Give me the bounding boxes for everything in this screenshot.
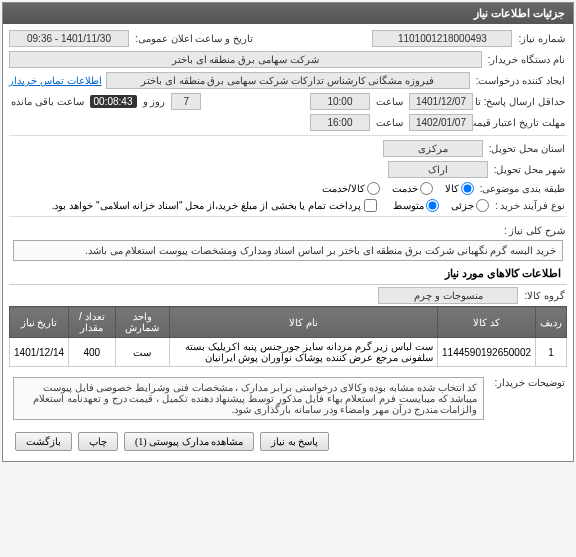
goods-info-title: اطلاعات کالاهای مورد نیاز — [9, 263, 567, 285]
row-need-desc: شرح کلی نیاز : — [9, 219, 567, 238]
radio-medium-input[interactable] — [426, 199, 439, 212]
contact-link[interactable]: اطلاعات تماس خریدار — [9, 75, 102, 86]
footer-buttons: پاسخ به نیاز مشاهده مدارک پیوستی (1) چاپ… — [9, 426, 567, 457]
need-desc-label: شرح کلی نیاز : — [502, 221, 567, 236]
validity-label: مهلت تاریخ اعتبار قیمت: تا تاریخ: — [477, 117, 567, 128]
table-row: 1 1144590192650002 ست لباس زیر گرم مردان… — [10, 338, 567, 367]
row-buyer: نام دستگاه خریدار: شرکت سهامی برق منطقه … — [9, 49, 567, 70]
payment-checkbox-input[interactable] — [364, 199, 377, 212]
panel-title: جزئیات اطلاعات نیاز — [474, 7, 565, 19]
cell-name: ست لباس زیر گرم مردانه سایز جور جنس پنبه… — [169, 338, 437, 367]
buyer-label: نام دستگاه خریدار: — [486, 54, 567, 65]
radio-service-label: خدمت — [392, 183, 418, 194]
cell-qty: 400 — [69, 338, 115, 367]
row-province: استان محل تحویل: مرکزی — [9, 138, 567, 159]
buyer-notes-box: کد انتخاب شده مشابه بوده وکالای درخواستی… — [13, 377, 484, 420]
radio-both[interactable]: کالا/خدمت — [322, 182, 380, 195]
announce-label: تاریخ و ساعت اعلان عمومی: — [133, 33, 255, 44]
radio-service[interactable]: خدمت — [392, 182, 433, 195]
row-buyer-notes: توضیحات خریدار: کد انتخاب شده مشابه بوده… — [9, 371, 567, 426]
cell-idx: 1 — [536, 338, 567, 367]
row-validity: مهلت تاریخ اعتبار قیمت: تا تاریخ: 1402/0… — [9, 112, 567, 133]
validity-time: 16:00 — [310, 114, 370, 131]
remaining-time: 00:08:43 — [90, 95, 137, 108]
city-value: اراک — [388, 161, 488, 178]
radio-medium-label: متوسط — [393, 200, 424, 211]
validity-date: 1402/01/07 — [409, 114, 473, 131]
reply-button[interactable]: پاسخ به نیاز — [260, 432, 329, 451]
row-category: طبقه بندی موضوعی: کالا خدمت کالا/خدمت — [9, 180, 567, 197]
th-name: نام کالا — [169, 307, 437, 338]
validity-time-label: ساعت — [374, 117, 405, 128]
th-row: ردیف — [536, 307, 567, 338]
province-value: مرکزی — [383, 140, 483, 157]
print-button[interactable]: چاپ — [78, 432, 118, 451]
deadline-label: حداقل ارسال پاسخ: تا تاریخ: — [477, 96, 567, 107]
panel-content: شماره نیاز: 1101001218000493 تاریخ و ساع… — [3, 24, 573, 461]
radio-small[interactable]: جزئی — [451, 199, 489, 212]
table-header-row: ردیف کد کالا نام کالا واحد شمارش تعداد /… — [10, 307, 567, 338]
city-label: شهر محل تحویل: — [492, 164, 567, 175]
radio-both-label: کالا/خدمت — [322, 183, 365, 194]
main-panel: جزئیات اطلاعات نیاز شماره نیاز: 11010012… — [2, 2, 574, 462]
buyer-value: شرکت سهامی برق منطقه ای باختر — [9, 51, 482, 68]
province-label: استان محل تحویل: — [487, 143, 567, 154]
radio-small-label: جزئی — [451, 200, 474, 211]
th-qty: تعداد / مقدار — [69, 307, 115, 338]
announce-value: 1401/11/30 - 09:36 — [9, 30, 129, 47]
radio-small-input[interactable] — [476, 199, 489, 212]
creator-label: ایجاد کننده درخواست: — [474, 75, 567, 86]
need-number-value: 1101001218000493 — [372, 30, 512, 47]
day-label: روز و — [141, 96, 168, 107]
th-code: کد کالا — [438, 307, 536, 338]
row-city: شهر محل تحویل: اراک — [9, 159, 567, 180]
cell-date: 1401/12/14 — [10, 338, 69, 367]
creator-value: فیروزه مشگانی کارشناس تدارکات شرکت سهامی… — [106, 72, 470, 89]
category-radio-group: کالا خدمت کالا/خدمت — [322, 182, 474, 195]
goods-group-value: منسوجات و چرم — [378, 287, 518, 304]
need-number-label: شماره نیاز: — [516, 33, 567, 44]
category-label: طبقه بندی موضوعی: — [478, 183, 567, 194]
cell-code: 1144590192650002 — [438, 338, 536, 367]
day-value: 7 — [171, 93, 201, 110]
deadline-time-label: ساعت — [374, 96, 405, 107]
row-need-number: شماره نیاز: 1101001218000493 تاریخ و ساع… — [9, 28, 567, 49]
panel-header: جزئیات اطلاعات نیاز — [3, 3, 573, 24]
goods-group-label: گروه کالا: — [522, 290, 567, 301]
buyer-notes-label: توضیحات خریدار: — [492, 373, 567, 388]
radio-goods-label: کالا — [445, 183, 459, 194]
need-desc-box: خرید البسه گرم نگهبانی شرکت برق منطقه ای… — [13, 240, 563, 261]
row-process: نوع فرآیند خرید : جزئی متوسط پرداخت تمام… — [9, 197, 567, 214]
radio-medium[interactable]: متوسط — [393, 199, 439, 212]
radio-both-input[interactable] — [367, 182, 380, 195]
cell-unit: ست — [115, 338, 169, 367]
th-date: تاریخ نیاز — [10, 307, 69, 338]
row-deadline: حداقل ارسال پاسخ: تا تاریخ: 1401/12/07 س… — [9, 91, 567, 112]
process-label: نوع فرآیند خرید : — [493, 200, 567, 211]
attachments-button[interactable]: مشاهده مدارک پیوستی (1) — [124, 432, 254, 451]
goods-table: ردیف کد کالا نام کالا واحد شمارش تعداد /… — [9, 306, 567, 367]
payment-checkbox[interactable]: پرداخت تمام یا بخشی از مبلغ خرید،از محل … — [52, 199, 377, 212]
row-creator: ایجاد کننده درخواست: فیروزه مشگانی کارشن… — [9, 70, 567, 91]
remaining-label: ساعت باقی مانده — [9, 96, 86, 107]
radio-service-input[interactable] — [420, 182, 433, 195]
th-unit: واحد شمارش — [115, 307, 169, 338]
deadline-time: 10:00 — [310, 93, 370, 110]
row-goods-group: گروه کالا: منسوجات و چرم — [9, 285, 567, 306]
deadline-date: 1401/12/07 — [409, 93, 473, 110]
radio-goods-input[interactable] — [461, 182, 474, 195]
back-button[interactable]: بازگشت — [15, 432, 72, 451]
payment-note: پرداخت تمام یا بخشی از مبلغ خرید،از محل … — [52, 200, 361, 211]
process-radio-group: جزئی متوسط — [393, 199, 489, 212]
radio-goods[interactable]: کالا — [445, 182, 474, 195]
